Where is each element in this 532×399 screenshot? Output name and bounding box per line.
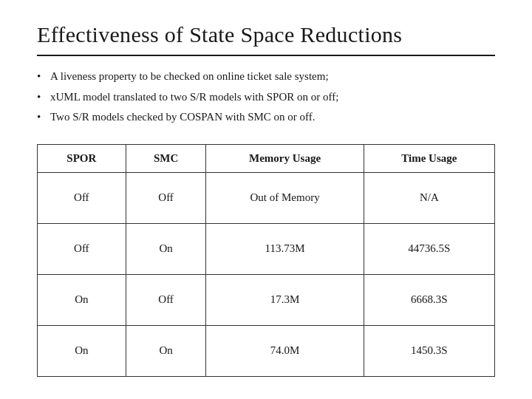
table-cell-3-2: 74.0M: [206, 325, 364, 376]
table-row: OnOff17.3M6668.3S: [38, 274, 495, 325]
table-cell-2-2: 17.3M: [206, 274, 364, 325]
table-row: OffOffOut of MemoryN/A: [38, 172, 495, 223]
table-container: SPOR SMC Memory Usage Time Usage OffOffO…: [37, 144, 495, 378]
table-cell-1-1: On: [126, 223, 206, 274]
table-cell-0-3: N/A: [364, 172, 494, 223]
table-row: OnOn74.0M1450.3S: [38, 325, 495, 376]
table-cell-2-0: On: [38, 274, 126, 325]
table-cell-1-3: 44736.5S: [364, 223, 494, 274]
bullet-item-3: Two S/R models checked by COSPAN with SM…: [37, 109, 495, 126]
col-header-smc: SMC: [126, 144, 206, 172]
slide: Effectiveness of State Space Reductions …: [0, 0, 532, 399]
bullet-list: A liveness property to be checked on onl…: [37, 68, 495, 129]
table-cell-3-3: 1450.3S: [364, 325, 494, 376]
table-cell-0-2: Out of Memory: [206, 172, 364, 223]
data-table: SPOR SMC Memory Usage Time Usage OffOffO…: [37, 144, 495, 378]
table-cell-2-3: 6668.3S: [364, 274, 494, 325]
col-header-memory-usage: Memory Usage: [206, 144, 364, 172]
col-header-spor: SPOR: [38, 144, 126, 172]
table-cell-1-0: Off: [38, 223, 126, 274]
table-header-row: SPOR SMC Memory Usage Time Usage: [38, 144, 495, 172]
slide-title: Effectiveness of State Space Reductions: [37, 22, 495, 47]
table-cell-2-1: Off: [126, 274, 206, 325]
bullet-item-2: xUML model translated to two S/R models …: [37, 89, 495, 106]
table-cell-0-1: Off: [126, 172, 206, 223]
bullet-item-1: A liveness property to be checked on onl…: [37, 68, 495, 85]
table-cell-3-1: On: [126, 325, 206, 376]
title-divider: [37, 55, 495, 56]
table-cell-0-0: Off: [38, 172, 126, 223]
col-header-time-usage: Time Usage: [364, 144, 494, 172]
table-row: OffOn113.73M44736.5S: [38, 223, 495, 274]
table-cell-1-2: 113.73M: [206, 223, 364, 274]
table-cell-3-0: On: [38, 325, 126, 376]
